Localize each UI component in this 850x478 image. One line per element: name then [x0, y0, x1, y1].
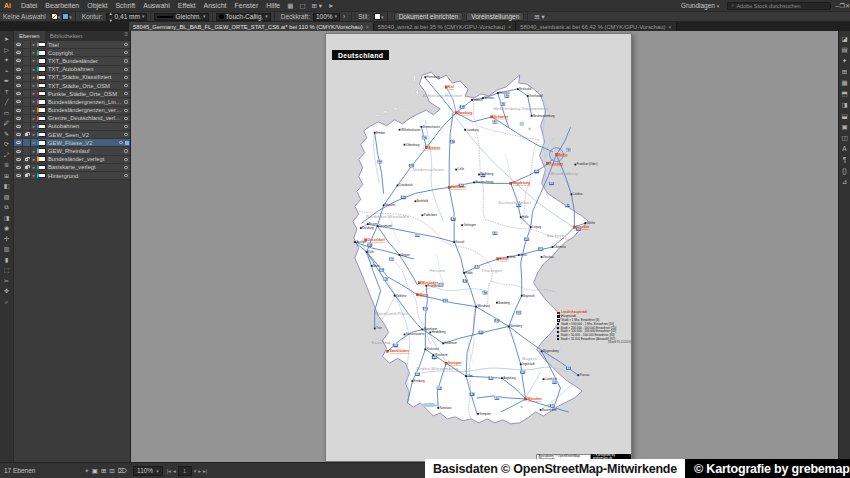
- blend-tool[interactable]: ✢: [1, 234, 12, 245]
- close-tab-icon[interactable]: ×: [508, 24, 511, 30]
- rotate-tool[interactable]: ⟳: [1, 139, 12, 150]
- gradient-panel-icon[interactable]: ⬒: [841, 89, 847, 99]
- lock-toggle[interactable]: [23, 90, 31, 97]
- layer-row[interactable]: ▸Hintergrund: [14, 172, 130, 180]
- layer-row[interactable]: ▸GEW_Rheinlauf: [14, 147, 130, 155]
- layer-row[interactable]: ▸TXT_Städte_Orte_OSM: [14, 82, 130, 90]
- menu-item-bearbeiten[interactable]: Bearbeiten: [41, 2, 83, 9]
- layer-target[interactable]: [122, 174, 130, 177]
- layer-target[interactable]: [122, 149, 130, 152]
- layer-target[interactable]: [122, 117, 130, 120]
- align-panel-icon[interactable]: ⊿: [842, 177, 847, 187]
- visibility-toggle[interactable]: [14, 41, 23, 48]
- visibility-toggle[interactable]: [14, 172, 23, 179]
- close-tab-icon[interactable]: ×: [668, 24, 671, 30]
- lock-toggle[interactable]: [23, 123, 31, 130]
- close-tab-icon[interactable]: ×: [366, 24, 369, 30]
- stroke-color-swatch[interactable]: [62, 13, 69, 20]
- gradient-tool[interactable]: ◨: [1, 213, 12, 224]
- stroke-weight-field[interactable]: ▲▼ 0,41 mm ▾: [106, 13, 148, 21]
- layer-row[interactable]: ▸TXT_Autobahnen: [14, 66, 130, 74]
- layer-target[interactable]: [122, 133, 130, 136]
- layer-row[interactable]: ▸TXT_Bundesländer: [14, 57, 130, 65]
- shape-builder-tool[interactable]: ◧: [1, 181, 12, 192]
- stroke-profile-dropdown[interactable]: Gleichm. ▾: [154, 13, 208, 21]
- panel-options-icon[interactable]: ⊞ ▾: [531, 13, 548, 21]
- appearance-panel-icon[interactable]: ⬓: [841, 111, 847, 121]
- layer-row[interactable]: ▸Titel: [14, 41, 130, 49]
- visibility-toggle[interactable]: [14, 57, 23, 64]
- layer-target[interactable]: [122, 92, 130, 95]
- menu-item-fenster[interactable]: Fenster: [231, 2, 263, 9]
- magic-wand-tool[interactable]: ✦: [1, 55, 12, 66]
- canvas[interactable]: A7A7A7A7A1A1A1A2A2A2A3A3A3A3A9A9A9A9A8A8…: [131, 31, 838, 462]
- visibility-toggle[interactable]: [14, 74, 23, 81]
- free-transform-tool[interactable]: ⊞: [1, 171, 12, 182]
- layer-row[interactable]: ▸Bundesländergrenzen_verlegt: [14, 107, 130, 115]
- lock-toggle[interactable]: [23, 139, 31, 146]
- delete-layer-icon[interactable]: ⌦: [118, 467, 127, 475]
- menu-item-schrift[interactable]: Schrift: [111, 2, 139, 9]
- width-tool[interactable]: ≋: [1, 160, 12, 171]
- document-tab-1[interactable]: 58045_Germany_BL_BAB_FL_GEW_ORTE_STAT_CS…: [129, 22, 374, 31]
- visibility-toggle[interactable]: [14, 147, 23, 154]
- new-layer-icon[interactable]: ⊡: [109, 467, 114, 475]
- scale-tool[interactable]: ⤢: [1, 150, 12, 161]
- line-tool[interactable]: ╱: [1, 97, 12, 108]
- layer-row[interactable]: ▸Bundesländer_verlegt: [14, 156, 130, 164]
- style-swatch[interactable]: [374, 13, 381, 20]
- layer-target[interactable]: [122, 76, 130, 79]
- visibility-toggle[interactable]: [14, 49, 23, 56]
- layer-target[interactable]: [122, 125, 130, 128]
- pencil-tool[interactable]: ✎: [1, 129, 12, 140]
- type-tool[interactable]: T: [1, 87, 12, 98]
- visibility-toggle[interactable]: [14, 98, 23, 105]
- graph-tool[interactable]: ▮: [1, 255, 12, 266]
- menu-item-hilfe[interactable]: Hilfe: [262, 2, 284, 9]
- layer-target[interactable]: [122, 109, 130, 112]
- stepper-icon[interactable]: ▲▼: [109, 10, 113, 24]
- pathfinder-panel-icon[interactable]: ◫: [841, 133, 847, 143]
- visibility-toggle[interactable]: [14, 115, 23, 122]
- layer-row[interactable]: ▸TXT_Städte_Klassifiziert: [14, 74, 130, 82]
- lock-toggle[interactable]: [23, 156, 31, 163]
- menu-item-ansicht[interactable]: Ansicht: [200, 2, 231, 9]
- layer-target[interactable]: [122, 84, 130, 87]
- transparency-panel-icon[interactable]: ◨: [841, 100, 847, 110]
- layer-row[interactable]: ▸Punkte_Städte_Orte_OSM: [14, 90, 130, 98]
- menu-item-effekt[interactable]: Effekt: [174, 2, 200, 9]
- layer-target[interactable]: [122, 59, 130, 62]
- swatches-panel-icon[interactable]: ▤: [841, 45, 847, 55]
- visibility-toggle[interactable]: [14, 107, 23, 114]
- button-voreinstellungen[interactable]: Voreinstellungen: [466, 12, 524, 21]
- layer-target[interactable]: [122, 166, 130, 169]
- symbols-panel-icon[interactable]: ⊞: [842, 67, 847, 77]
- layer-target[interactable]: [122, 51, 130, 54]
- workspace-switcher[interactable]: Grundlagen ▾: [677, 2, 723, 9]
- color-panel-icon[interactable]: ◪: [841, 34, 847, 44]
- lock-toggle[interactable]: [23, 41, 31, 48]
- artboard-number-field[interactable]: 1: [178, 466, 192, 476]
- lock-toggle[interactable]: [23, 164, 31, 171]
- layer-row[interactable]: ▸GEW_Seen_V2: [14, 131, 130, 139]
- artboard-tool[interactable]: ⬚: [1, 265, 12, 276]
- panel-tab-bibliotheken[interactable]: Bibliotheken: [45, 31, 88, 41]
- first-artboard-button[interactable]: |◂: [167, 468, 171, 474]
- prev-artboard-button[interactable]: ◂: [173, 468, 176, 474]
- visibility-toggle[interactable]: [14, 164, 23, 171]
- lasso-tool[interactable]: ⌁: [1, 66, 12, 77]
- lock-toggle[interactable]: [23, 74, 31, 81]
- slice-tool[interactable]: ✂: [1, 276, 12, 287]
- rectangle-tool[interactable]: ▭: [1, 108, 12, 119]
- pen-tool[interactable]: ✒: [1, 76, 12, 87]
- menu-item-objekt[interactable]: Objekt: [83, 2, 111, 9]
- document-arrange-icon[interactable]: ▦: [284, 2, 296, 9]
- symbol-sprayer-tool[interactable]: ▥: [1, 244, 12, 255]
- perspective-grid-tool[interactable]: ▨: [1, 192, 12, 203]
- last-artboard-button[interactable]: ▸|: [203, 468, 207, 474]
- button-dokument-einrichten[interactable]: Dokument einrichten: [394, 12, 464, 21]
- visibility-toggle[interactable]: [14, 156, 23, 163]
- lock-toggle[interactable]: [23, 98, 31, 105]
- clipping-mask-icon[interactable]: ▣: [92, 467, 98, 475]
- fill-color-swatch[interactable]: [51, 13, 58, 20]
